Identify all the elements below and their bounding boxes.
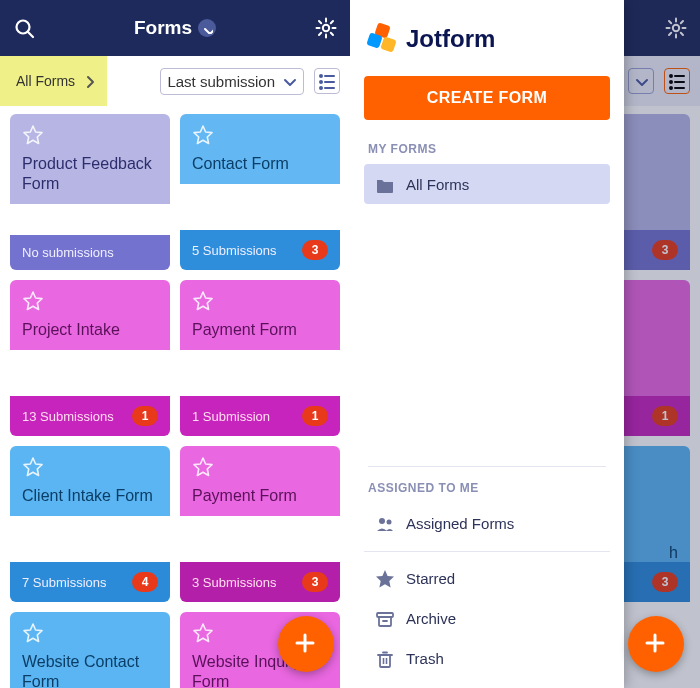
star-icon[interactable]: [22, 622, 44, 644]
trash-icon: [374, 648, 394, 668]
chevron-right-icon: [81, 72, 95, 90]
filter-chip-label: All Forms: [16, 73, 75, 89]
sort-label: Last submission: [167, 73, 275, 90]
form-card[interactable]: Payment Form 1 Submission 1: [180, 280, 340, 436]
create-form-label: CREATE FORM: [427, 89, 548, 107]
unread-badge: 3: [302, 572, 328, 592]
form-title: Contact Form: [192, 154, 328, 174]
unread-badge: 4: [132, 572, 158, 592]
form-title: Website Contact Form: [22, 652, 158, 688]
brand-logo[interactable]: Jotform: [364, 20, 610, 76]
submission-count: 1 Submission: [192, 409, 270, 424]
menu-label: Archive: [406, 610, 456, 627]
create-form-button[interactable]: CREATE FORM: [364, 76, 610, 120]
form-card[interactable]: Payment Form 3 Submissions 3: [180, 446, 340, 602]
menu-item-archive[interactable]: Archive: [364, 598, 610, 638]
section-header-assigned: ASSIGNED TO ME: [368, 466, 606, 495]
menu-label: Assigned Forms: [406, 515, 514, 532]
unread-badge: 1: [132, 406, 158, 426]
form-card[interactable]: Product Feedback Form No submissions: [10, 114, 170, 270]
people-icon: [374, 513, 394, 533]
star-icon: [374, 568, 394, 588]
menu-item-assigned-forms[interactable]: Assigned Forms: [364, 503, 610, 543]
forms-grid: Product Feedback Form No submissions Con…: [0, 106, 350, 688]
menu-label: Starred: [406, 570, 455, 587]
unread-badge: 3: [302, 240, 328, 260]
unread-badge: 1: [302, 406, 328, 426]
form-title: Payment Form: [192, 320, 328, 340]
section-header-myforms: MY FORMS: [368, 142, 606, 156]
submission-count: 5 Submissions: [192, 243, 277, 258]
submission-count: 13 Submissions: [22, 409, 114, 424]
chevron-down-icon: [281, 73, 297, 89]
nav-drawer: Jotform CREATE FORM MY FORMS All Forms A…: [350, 0, 624, 688]
form-card[interactable]: Website Contact Form: [10, 612, 170, 688]
form-card[interactable]: Client Intake Form 7 Submissions 4: [10, 446, 170, 602]
submission-count: 7 Submissions: [22, 575, 107, 590]
create-fab[interactable]: [278, 616, 334, 672]
form-title: Project Intake: [22, 320, 158, 340]
menu-item-all-forms[interactable]: All Forms: [364, 164, 610, 204]
star-icon[interactable]: [192, 622, 214, 644]
star-icon[interactable]: [192, 124, 214, 146]
create-fab[interactable]: [628, 616, 684, 672]
star-icon[interactable]: [22, 290, 44, 312]
archive-icon: [374, 608, 394, 628]
header-title-text: Forms: [134, 17, 192, 39]
form-title: Product Feedback Form: [22, 154, 158, 194]
filter-chip-all-forms[interactable]: All Forms: [0, 56, 107, 106]
folder-icon: [374, 174, 394, 194]
submission-count: 3 Submissions: [192, 575, 277, 590]
header: Forms: [0, 0, 350, 56]
toolbar: All Forms Last submission: [0, 56, 350, 106]
star-icon[interactable]: [192, 456, 214, 478]
form-card[interactable]: Project Intake 13 Submissions 1: [10, 280, 170, 436]
star-icon[interactable]: [22, 124, 44, 146]
submission-count: No submissions: [22, 245, 114, 260]
pane-drawer-view: 3 1 h3 Jotform CREATE FORM MY FORMS All …: [350, 0, 700, 688]
view-toggle-list[interactable]: [314, 68, 340, 94]
form-title: Client Intake Form: [22, 486, 158, 506]
sort-controls: Last submission: [160, 68, 340, 95]
form-card[interactable]: Contact Form 5 Submissions 3: [180, 114, 340, 270]
sort-dropdown[interactable]: Last submission: [160, 68, 304, 95]
menu-label: All Forms: [406, 176, 469, 193]
star-icon[interactable]: [192, 290, 214, 312]
brand-name: Jotform: [406, 25, 495, 53]
header-title[interactable]: Forms: [134, 17, 216, 39]
logo-icon: [368, 24, 398, 54]
search-icon[interactable]: [12, 16, 36, 40]
form-title: Payment Form: [192, 486, 328, 506]
pane-grid-view: Forms All Forms Last submission Product …: [0, 0, 350, 688]
chevron-down-icon: [198, 19, 216, 37]
star-icon[interactable]: [22, 456, 44, 478]
menu-item-trash[interactable]: Trash: [364, 638, 610, 678]
menu-label: Trash: [406, 650, 444, 667]
gear-icon[interactable]: [314, 16, 338, 40]
menu-item-starred[interactable]: Starred: [364, 558, 610, 598]
